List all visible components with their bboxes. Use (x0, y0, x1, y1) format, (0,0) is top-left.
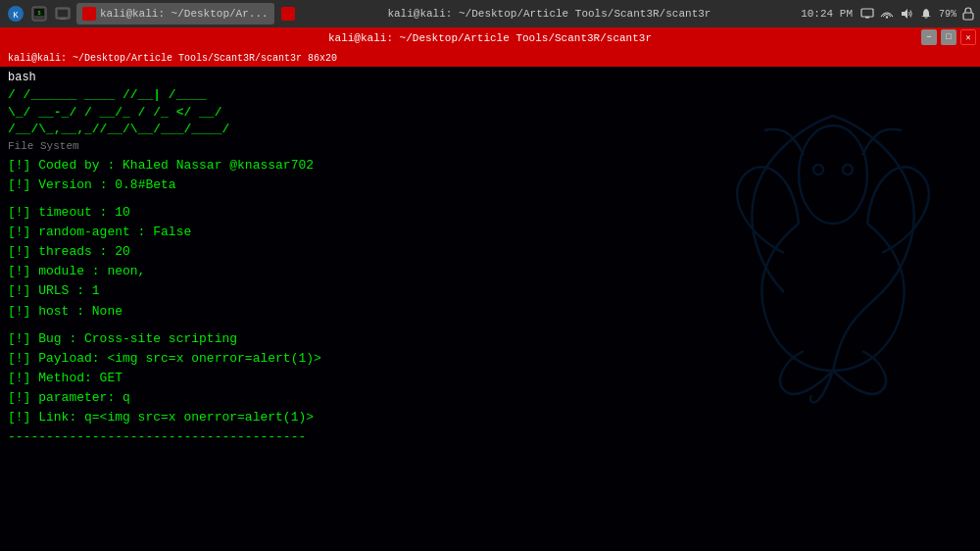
volume-icon (900, 7, 913, 21)
main-window: kali@kali: ~/Desktop/Article Tools/Scant… (0, 27, 980, 551)
taskbar-time: 10:24 PM (801, 8, 853, 20)
taskbar-system-icons: 79% (860, 7, 974, 21)
coded-bracket: [!] (8, 158, 30, 173)
svg-text:$: $ (37, 11, 40, 17)
taskbar-left: K $ kali@kali: ~/Desktop/Ar... (6, 3, 298, 25)
terminal-content[interactable]: bash / /______ ____ //__| /____ \_/ __-_… (0, 67, 980, 551)
inner-titlebar: kali@kali: ~/Desktop/Article Tools/Scant… (0, 49, 980, 67)
battery-level: 79% (939, 9, 956, 20)
version-text: Version : 0.8#Beta (38, 177, 175, 192)
svg-point-13 (799, 125, 867, 224)
network-icon (880, 7, 894, 21)
result-link: [!] Link: q=<img src=x onerror=alert(1)> (8, 408, 972, 427)
svg-rect-12 (963, 13, 973, 20)
lock-icon (962, 7, 974, 21)
version-bracket: [!] (8, 177, 30, 192)
minimize-button[interactable]: − (921, 29, 937, 45)
terminal-window: kali@kali: ~/Desktop/Article Tools/Scant… (0, 49, 980, 551)
svg-marker-11 (902, 9, 907, 19)
taskbar-app-label: kali@kali: ~/Desktop/Ar... (100, 8, 269, 20)
taskbar-right: 10:24 PM 79% (801, 7, 974, 21)
bottom-separator: --------------------------------------- (8, 427, 972, 447)
taskbar-red-icon (82, 7, 96, 21)
close-button[interactable]: ✕ (960, 29, 976, 45)
svg-point-10 (886, 16, 888, 18)
window-title-text: kali@kali: ~/Desktop/Article Tools/Scant… (328, 32, 652, 44)
kali-logo-icon[interactable]: K (6, 4, 25, 24)
prompt-text: bash (8, 71, 36, 84)
maximize-button[interactable]: □ (941, 29, 956, 45)
taskbar-icon-1[interactable]: $ (29, 4, 49, 24)
svg-rect-7 (60, 19, 66, 20)
svg-point-15 (843, 165, 853, 175)
taskbar-center-title: kali@kali: ~/Desktop/Article Tools/Scant… (387, 8, 710, 20)
svg-point-14 (813, 165, 823, 175)
window-titlebar: kali@kali: ~/Desktop/Article Tools/Scant… (0, 27, 980, 49)
taskbar-red-square-icon[interactable] (278, 4, 298, 24)
taskbar-terminal-app[interactable]: kali@kali: ~/Desktop/Ar... (76, 3, 274, 25)
taskbar-icon-2[interactable] (53, 4, 73, 24)
svg-rect-6 (58, 10, 68, 17)
svg-text:K: K (13, 11, 19, 21)
svg-rect-8 (861, 9, 873, 17)
inner-title-text: kali@kali: ~/Desktop/Article Tools/Scant… (8, 53, 337, 64)
svg-rect-9 (865, 17, 869, 19)
prompt-line: bash (8, 71, 972, 84)
taskbar: K $ kali@kali: ~/Desktop/Ar... (0, 0, 980, 27)
coded-text: Coded by : Khaled Nassar @knassar702 (38, 158, 314, 173)
screen-icon (860, 7, 874, 21)
bell-icon (919, 7, 933, 21)
dragon-watermark (706, 96, 960, 410)
window-controls: − □ ✕ (921, 29, 976, 45)
